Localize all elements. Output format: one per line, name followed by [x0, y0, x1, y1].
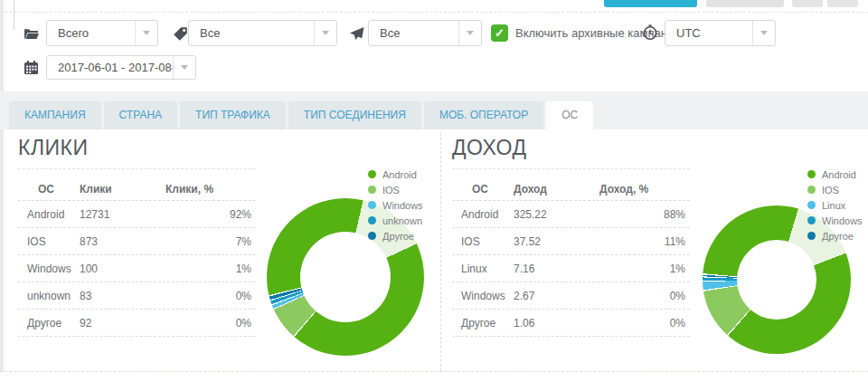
date-range-value: 2017-06-01 - 2017-08-01: [47, 61, 173, 74]
cell-revenue: 7.16: [514, 263, 599, 275]
legend-item: Windows: [807, 213, 868, 228]
legend-label: Linux: [822, 200, 845, 211]
cell-os: unknown: [27, 290, 80, 302]
clicks-legend: Android IOS Windows unknown Другое: [368, 167, 431, 244]
table-row: IOS 37.52 11%: [452, 228, 690, 255]
cell-clicks: 83: [80, 290, 165, 302]
table-row: Windows 2.67 0%: [452, 282, 690, 310]
legend-bullet: [368, 232, 376, 240]
report-tabs: КАМПАНИЯ СТРАНА ТИП ТРАФИКА ТИП СОЕДИНЕН…: [0, 91, 868, 129]
top-small-button-1-cutoff[interactable]: [792, 0, 823, 7]
legend-label: Другое: [382, 231, 414, 242]
table-row: Другое 1.06 0%: [452, 310, 690, 337]
col-os: ОС: [461, 183, 513, 196]
legend-item: Android: [368, 167, 431, 182]
cell-pct: 0%: [165, 317, 256, 329]
timezone-select[interactable]: UTC: [665, 20, 776, 46]
legend-label: Windows: [382, 200, 423, 211]
top-dashed-divider: [0, 12, 868, 13]
tag-filter-select[interactable]: Все: [188, 20, 337, 46]
legend-bullet: [368, 201, 376, 209]
legend-label: unknown: [382, 215, 422, 226]
group-filter-select[interactable]: Всего: [46, 20, 158, 46]
group-filter-value: Всего: [47, 26, 135, 40]
legend-bullet: [368, 170, 376, 178]
col-clicks: Клики: [80, 183, 165, 196]
revenue-title-divider: [452, 168, 690, 169]
legend-item: Android: [807, 167, 868, 182]
tab-os[interactable]: ОС: [546, 101, 593, 129]
archive-campaigns-checkbox[interactable]: ✓: [491, 24, 508, 42]
cell-os: IOS: [461, 235, 514, 248]
table-row: Linux 7.16 1%: [452, 255, 690, 282]
left-edge-strip: [0, 0, 4, 372]
chevron-down-icon: [467, 31, 474, 35]
legend-label: Другое: [822, 231, 854, 242]
clicks-table-header: ОС Клики Клики, %: [18, 177, 256, 201]
cell-clicks: 12731: [80, 208, 165, 221]
revenue-panel-title: ДОХОД: [452, 136, 526, 160]
cell-os: IOS: [27, 235, 80, 248]
chevron-down-icon: [181, 65, 188, 70]
group-filter-caret-zone: [135, 21, 157, 45]
cell-os: Android: [27, 208, 80, 221]
table-row: Android 325.22 88%: [452, 201, 690, 228]
cell-pct: 1%: [599, 263, 690, 275]
revenue-legend: Android IOS Linux Windows Другое: [807, 167, 868, 244]
tab-country[interactable]: СТРАНА: [104, 101, 177, 129]
timezone-caret-zone: [752, 21, 775, 45]
cell-pct: 7%: [165, 235, 256, 248]
cell-revenue: 1.06: [514, 317, 599, 329]
cell-revenue: 2.67: [514, 290, 599, 302]
cell-os: Другое: [27, 317, 80, 329]
cell-os: Linux: [461, 263, 514, 275]
donut-hole: [300, 232, 391, 322]
tag-icon: [173, 26, 188, 42]
checkmark-icon: ✓: [495, 26, 505, 40]
cell-pct: 11%: [599, 235, 690, 248]
cell-os: Windows: [27, 263, 80, 275]
cell-revenue: 325.22: [514, 208, 599, 221]
col-revenue-pct: Доход, %: [599, 183, 690, 196]
campaign-filter-value: Все: [369, 26, 458, 40]
cell-pct: 1%: [165, 263, 256, 275]
tab-traffic-type[interactable]: ТИП ТРАФИКА: [180, 101, 286, 129]
folder-icon: [24, 26, 39, 42]
legend-item: Другое: [368, 228, 431, 244]
campaign-filter-select[interactable]: Все: [368, 20, 482, 46]
cell-pct: 0%: [599, 317, 690, 329]
legend-label: IOS: [382, 185, 400, 196]
col-revenue: Доход: [514, 183, 599, 196]
legend-item: IOS: [807, 182, 868, 197]
clicks-title-divider: [18, 168, 256, 169]
legend-label: IOS: [822, 185, 839, 196]
cell-revenue: 37.52: [514, 235, 599, 248]
panel-divider: [440, 133, 441, 371]
tab-mobile-operator[interactable]: МОБ. ОПЕРАТОР: [424, 101, 543, 129]
top-secondary-button-cutoff[interactable]: [706, 0, 784, 7]
tag-filter-caret-zone: [314, 21, 336, 45]
donut-hole: [737, 240, 816, 320]
top-small-button-2-cutoff[interactable]: [827, 0, 858, 7]
cell-os: Android: [461, 208, 514, 221]
table-row: unknown 83 0%: [18, 282, 256, 310]
cell-pct: 0%: [599, 290, 690, 302]
clicks-table: ОС Клики Клики, % Android 12731 92% IOS …: [18, 177, 256, 337]
tab-connection-type[interactable]: ТИП СОЕДИНЕНИЯ: [288, 101, 421, 129]
legend-bullet: [807, 186, 816, 194]
legend-bullet: [807, 216, 816, 224]
table-row: IOS 873 7%: [18, 228, 256, 255]
date-range-select[interactable]: 2017-06-01 - 2017-08-01: [46, 55, 196, 80]
cell-os: Windows: [461, 290, 514, 302]
tab-campaign[interactable]: КАМПАНИЯ: [9, 101, 101, 129]
calendar-icon: [24, 60, 39, 75]
legend-label: Android: [822, 169, 856, 180]
bottom-dashed-divider: [0, 371, 868, 372]
legend-item: Другое: [807, 228, 868, 244]
cell-pct: 0%: [165, 290, 256, 302]
top-primary-button-cutoff[interactable]: [604, 0, 697, 7]
legend-bullet: [368, 186, 376, 194]
campaign-filter-caret-zone: [458, 21, 481, 45]
left-edge-line: [14, 0, 14, 30]
chevron-down-icon: [143, 31, 150, 35]
